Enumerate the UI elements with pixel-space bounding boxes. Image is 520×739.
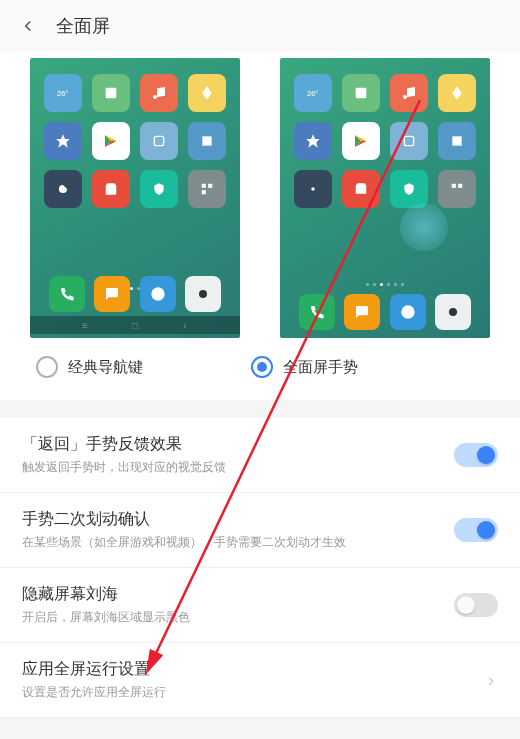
preview-classic[interactable]: 26° ≡ □: [30, 58, 240, 338]
row-sub: 在某些场景（如全屏游戏和视频），手势需要二次划动才生效: [22, 534, 454, 551]
dock-icon: [185, 276, 221, 312]
dock-icon: [94, 276, 130, 312]
row-sub: 触发返回手势时，出现对应的视觉反馈: [22, 459, 454, 476]
svg-rect-17: [356, 88, 367, 99]
svg-text:26°: 26°: [307, 89, 318, 98]
dock-icon: [49, 276, 85, 312]
app-icon: [342, 74, 380, 112]
row-sub: 设置是否允许应用全屏运行: [22, 684, 484, 701]
dock-icon: [299, 294, 335, 330]
row-sub: 开启后，屏幕刘海区域显示黑色: [22, 609, 454, 626]
radio-label: 经典导航键: [68, 358, 143, 377]
app-icon: [188, 74, 226, 112]
app-icon: [140, 74, 178, 112]
row-title: 「返回」手势反馈效果: [22, 434, 454, 455]
app-icon: [294, 122, 332, 160]
svg-rect-13: [202, 190, 206, 194]
dock-icon: [390, 294, 426, 330]
row-title: 手势二次划动确认: [22, 509, 454, 530]
svg-rect-1: [106, 88, 117, 99]
app-icon: [438, 74, 476, 112]
app-icon: [390, 122, 428, 160]
toggle-double-swipe[interactable]: [454, 518, 498, 542]
gesture-indicator: [400, 203, 448, 251]
radio-circle: [36, 356, 58, 378]
row-hide-notch[interactable]: 隐藏屏幕刘海 开启后，屏幕刘海区域显示黑色: [0, 568, 520, 643]
svg-rect-12: [208, 184, 212, 188]
dock-icon: [140, 276, 176, 312]
svg-point-29: [401, 305, 414, 318]
app-icon: [438, 122, 476, 160]
chevron-right-icon: ›: [484, 670, 498, 691]
app-icon: [92, 170, 130, 208]
svg-point-14: [151, 287, 164, 300]
svg-point-18: [403, 95, 407, 99]
svg-rect-8: [154, 136, 163, 145]
app-icon: [390, 74, 428, 112]
svg-rect-9: [202, 136, 211, 145]
row-title: 应用全屏运行设置: [22, 659, 484, 680]
app-icon: [140, 170, 178, 208]
nav-home: □: [129, 319, 141, 331]
toggle-hide-notch[interactable]: [454, 593, 498, 617]
svg-rect-27: [452, 184, 456, 188]
app-icon: [92, 74, 130, 112]
page-title: 全面屏: [56, 14, 110, 38]
svg-point-2: [153, 95, 157, 99]
row-title: 隐藏屏幕刘海: [22, 584, 454, 605]
svg-marker-4: [56, 134, 69, 147]
app-icon: 26°: [44, 74, 82, 112]
app-icon: [92, 122, 130, 160]
svg-marker-3: [202, 86, 211, 99]
radio-circle: [251, 356, 273, 378]
svg-rect-25: [452, 136, 461, 145]
row-double-swipe[interactable]: 手势二次划动确认 在某些场景（如全屏游戏和视频），手势需要二次划动才生效: [0, 493, 520, 568]
svg-marker-19: [452, 86, 461, 99]
app-icon: 26°: [294, 74, 332, 112]
svg-point-26: [311, 187, 315, 191]
radio-label: 全面屏手势: [283, 358, 358, 377]
app-icon: [294, 170, 332, 208]
app-icon: [140, 122, 178, 160]
app-icon: [44, 122, 82, 160]
preview-gesture[interactable]: 26°: [280, 58, 490, 338]
row-app-fullscreen-settings[interactable]: 应用全屏运行设置 设置是否允许应用全屏运行 ›: [0, 643, 520, 718]
svg-marker-20: [306, 134, 319, 147]
svg-point-15: [199, 290, 207, 298]
svg-point-30: [449, 308, 457, 316]
app-icon: [188, 170, 226, 208]
radio-fullscreen-gesture[interactable]: 全面屏手势: [251, 356, 358, 378]
app-icon: [342, 122, 380, 160]
app-icon: [188, 122, 226, 160]
svg-rect-28: [458, 184, 462, 188]
toggle-back-feedback[interactable]: [454, 443, 498, 467]
row-back-feedback[interactable]: 「返回」手势反馈效果 触发返回手势时，出现对应的视觉反馈: [0, 418, 520, 493]
app-icon: [342, 170, 380, 208]
back-button[interactable]: [16, 14, 40, 38]
radio-classic-nav[interactable]: 经典导航键: [36, 356, 143, 378]
dock-icon: [435, 294, 471, 330]
app-icon: [44, 170, 82, 208]
svg-rect-11: [202, 184, 206, 188]
nav-back: ‹: [179, 319, 191, 331]
svg-text:26°: 26°: [57, 89, 68, 98]
dock-icon: [344, 294, 380, 330]
app-icon: [438, 170, 476, 208]
svg-rect-24: [404, 136, 413, 145]
nav-recents: ≡: [79, 319, 91, 331]
